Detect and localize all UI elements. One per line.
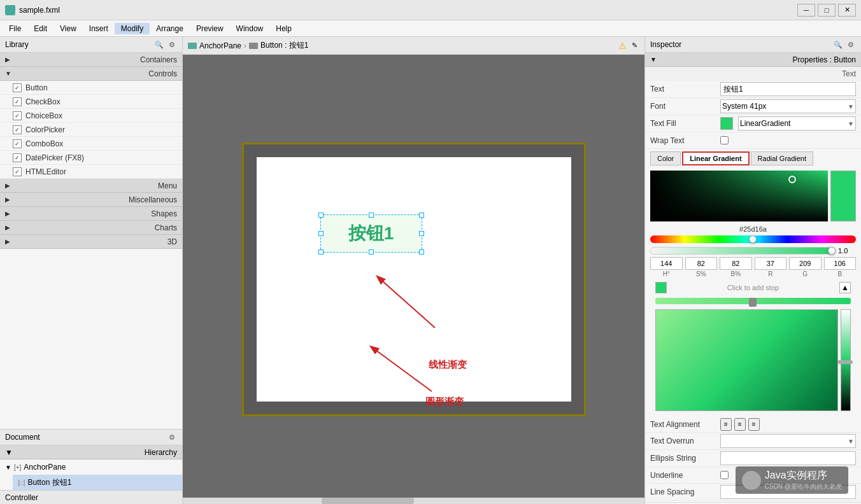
- library-item-checkbox[interactable]: ✓ CheckBox: [0, 95, 182, 109]
- text-fill-swatch[interactable]: [720, 117, 733, 130]
- handle-tm[interactable]: [369, 213, 374, 218]
- wrap-text-checkbox[interactable]: [720, 136, 729, 144]
- menu-view[interactable]: View: [53, 23, 83, 34]
- color-h-input[interactable]: [650, 257, 683, 270]
- handle-rm[interactable]: [419, 231, 424, 236]
- combobox-check: ✓: [13, 139, 22, 148]
- menu-insert[interactable]: Insert: [83, 23, 115, 34]
- button-widget[interactable]: 按钮1: [320, 214, 422, 253]
- color-s-input[interactable]: [685, 257, 718, 270]
- threed-label: 3D: [13, 237, 177, 246]
- colorpicker-label: ColorPicker: [25, 125, 65, 134]
- warning-icon: ⚠: [618, 41, 627, 51]
- color-r-input[interactable]: [755, 257, 787, 270]
- menu-edit[interactable]: Edit: [27, 23, 53, 34]
- minimize-button[interactable]: ─: [797, 4, 815, 17]
- button-breadcrumb-icon: [249, 43, 258, 49]
- text-input[interactable]: [720, 82, 856, 96]
- section-menu[interactable]: ▶ Menu: [0, 179, 182, 193]
- breadcrumb-edit-icon[interactable]: ✎: [629, 41, 639, 51]
- align-left-button[interactable]: ≡: [720, 418, 732, 431]
- text-fill-select[interactable]: LinearGradient ▼: [738, 116, 856, 130]
- color-b2-input[interactable]: [824, 257, 857, 270]
- prop-text-fill: Text Fill LinearGradient ▼: [645, 115, 861, 132]
- alpha-thumb[interactable]: [828, 247, 836, 255]
- alpha-slider[interactable]: [650, 247, 836, 255]
- library-item-datepicker[interactable]: ✓ DatePicker (FX8): [0, 151, 182, 165]
- menu-arrow: ▶: [5, 182, 10, 189]
- breadcrumb-right-icons: ⚠ ✎: [618, 41, 639, 51]
- font-select[interactable]: System 41px ▼: [720, 99, 856, 113]
- stop-label[interactable]: Click to add stop: [669, 284, 837, 291]
- title-bar-controls[interactable]: ─ □ ✕: [797, 4, 856, 17]
- menu-window[interactable]: Window: [230, 23, 270, 34]
- vertical-color-slider[interactable]: [841, 309, 851, 411]
- color-g-input[interactable]: [789, 257, 822, 270]
- stop-row: Click to add stop ▲: [655, 280, 851, 295]
- tree-item-anchorpane[interactable]: ▼ [+] AnchorPane: [0, 459, 182, 475]
- color-gradient-box[interactable]: [650, 171, 828, 221]
- hue-thumb[interactable]: [749, 235, 757, 243]
- library-item-button[interactable]: ✓ Button: [0, 81, 182, 95]
- align-right-button[interactable]: ≡: [748, 418, 760, 431]
- gradient-circle-handle[interactable]: [788, 176, 796, 183]
- misc-arrow: ▶: [5, 196, 10, 203]
- section-miscellaneous[interactable]: ▶ Miscellaneous: [0, 193, 182, 207]
- handle-br[interactable]: [419, 249, 424, 255]
- close-button[interactable]: ✕: [838, 4, 856, 17]
- section-controls[interactable]: ▼ Controls: [0, 67, 182, 81]
- menu-file[interactable]: File: [3, 23, 27, 34]
- menu-preview[interactable]: Preview: [190, 23, 230, 34]
- section-charts[interactable]: ▶ Charts: [0, 221, 182, 235]
- text-alignment-value: ≡ ≡ ≡: [720, 418, 856, 431]
- inspector-search-icon[interactable]: 🔍: [833, 39, 843, 50]
- controls-label: Controls: [14, 69, 177, 78]
- search-icon[interactable]: 🔍: [154, 39, 164, 50]
- color-tab-radial[interactable]: Radial Gradient: [751, 151, 813, 165]
- stop-add-button[interactable]: ▲: [839, 282, 851, 293]
- horizontal-scrollbar[interactable]: [183, 498, 644, 504]
- gear-icon[interactable]: ⚙: [167, 39, 177, 50]
- section-shapes[interactable]: ▶ Shapes: [0, 207, 182, 221]
- prop-text-alignment: Text Alignment ≡ ≡ ≡: [645, 416, 861, 433]
- menu-arrange[interactable]: Arrange: [150, 23, 190, 34]
- breadcrumb-button[interactable]: Button : 按钮1: [249, 40, 308, 51]
- maximize-button[interactable]: □: [818, 4, 836, 17]
- h-scrollbar-thumb[interactable]: [322, 498, 414, 504]
- ellipsis-input[interactable]: [720, 451, 856, 465]
- main-layout: Library 🔍 ⚙ ▶ Containers ▼ Controls ✓ Bu…: [0, 37, 861, 504]
- library-item-colorpicker[interactable]: ✓ ColorPicker: [0, 123, 182, 137]
- divider-1: [645, 502, 861, 503]
- handle-lm[interactable]: [318, 231, 324, 236]
- line-spacing-label: Line Spacing: [650, 487, 720, 496]
- line-spacing-input[interactable]: [720, 485, 856, 499]
- gradient-track-thumb[interactable]: [749, 298, 757, 307]
- section-3d[interactable]: ▶ 3D: [0, 235, 182, 249]
- library-item-choicebox[interactable]: ✓ ChoiceBox: [0, 109, 182, 123]
- handle-tl[interactable]: [318, 213, 324, 218]
- title-bar: sample.fxml ─ □ ✕: [0, 0, 861, 20]
- handle-tr[interactable]: [419, 213, 424, 218]
- tree-item-button[interactable]: [□] Button 按钮1: [13, 475, 182, 490]
- vertical-slider-thumb[interactable]: [837, 360, 853, 364]
- handle-bm[interactable]: [369, 249, 374, 255]
- section-containers[interactable]: ▶ Containers: [0, 53, 182, 67]
- color-tab-color[interactable]: Color: [650, 151, 681, 165]
- prop-text-overrun: Text Overrun ▼: [645, 433, 861, 450]
- button-check: ✓: [13, 83, 22, 92]
- breadcrumb-pane[interactable]: AnchorPane: [188, 41, 241, 50]
- library-item-combobox[interactable]: ✓ ComboBox: [0, 137, 182, 151]
- app-icon: [5, 5, 15, 15]
- inspector-gear-icon[interactable]: ⚙: [846, 39, 856, 50]
- document-gear-icon[interactable]: ⚙: [167, 432, 177, 442]
- stop-swatch[interactable]: [655, 282, 667, 293]
- text-overrun-select[interactable]: ▼: [720, 434, 856, 448]
- library-item-htmleditor[interactable]: ✓ HTMLEditor: [0, 165, 182, 179]
- underline-checkbox[interactable]: [720, 471, 729, 479]
- color-b-input[interactable]: [720, 257, 752, 270]
- handle-bl[interactable]: [318, 249, 324, 255]
- align-center-button[interactable]: ≡: [734, 418, 746, 431]
- color-tab-linear[interactable]: Linear Gradient: [682, 151, 749, 165]
- menu-modify[interactable]: Modify: [115, 23, 150, 34]
- menu-help[interactable]: Help: [269, 23, 298, 34]
